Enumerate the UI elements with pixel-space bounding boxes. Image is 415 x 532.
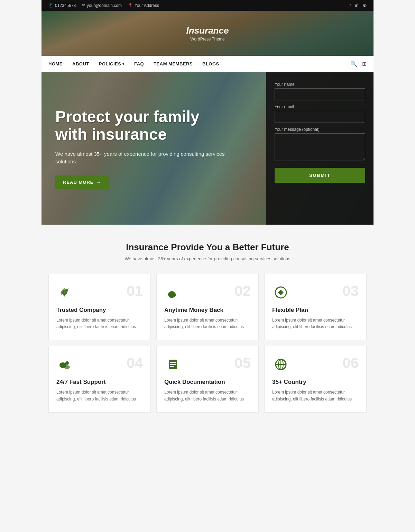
features-subtitle: We have almost 35+ years of experience f…: [48, 256, 367, 261]
contact-form-panel: Your name Your email Your message (optio…: [266, 72, 374, 225]
support-icon: [56, 356, 74, 373]
topbar-email: ✉ your@domain.com: [82, 3, 122, 8]
phone-number: 012345678: [55, 3, 76, 8]
nav-home[interactable]: HOME: [48, 61, 63, 66]
features-grid: 01 Trusted Company Lorem ipsum dolor sit…: [48, 274, 367, 413]
feature-number-6: 06: [342, 356, 359, 370]
country-icon: [272, 356, 289, 373]
features-title: Insurance Provide You a Better Future: [48, 242, 367, 253]
hero-content: Protect your family with insurance We ha…: [42, 94, 241, 202]
money-icon: [164, 284, 182, 301]
feature-card-top: 02: [164, 284, 251, 301]
feature-card-docs: 05 Quick Documentation Lorem ipsum dolor…: [156, 346, 259, 412]
flexible-icon: [272, 284, 289, 301]
feature-number-2: 02: [234, 284, 251, 298]
docs-icon: [164, 356, 182, 373]
linkedin-icon[interactable]: in: [355, 3, 358, 8]
nav-policies[interactable]: POLICIES ▾: [99, 61, 124, 66]
arrow-icon: →: [96, 180, 101, 185]
feature-card-support: 04 24/7 Fast Support Lorem ipsum dolor s…: [48, 346, 151, 412]
feature-card-top: 05: [164, 356, 251, 373]
feature-card-trusted: 01 Trusted Company Lorem ipsum dolor sit…: [48, 274, 151, 340]
nav-faq[interactable]: FAQ: [134, 61, 144, 66]
chevron-down-icon: ▾: [122, 62, 124, 66]
hero-banner-subtitle: WordPress Theme: [186, 37, 229, 42]
feature-card-flexible: 03 Flexible Plan Lorem ipsum dolor sit a…: [264, 274, 367, 340]
nav-about[interactable]: ABOUT: [72, 61, 89, 66]
trusted-icon: [56, 284, 74, 301]
address-text: Your Address: [135, 3, 159, 8]
email-field-group: Your email: [275, 105, 365, 123]
feature-title-5: Quick Documentation: [164, 379, 251, 386]
feature-title-3: Flexible Plan: [272, 307, 359, 314]
email-address: your@domain.com: [87, 3, 122, 8]
features-section: Insurance Provide You a Better Future We…: [42, 225, 374, 430]
message-label: Your message (optional): [275, 127, 365, 132]
feature-desc-3: Lorem ipsum dolor sit amet consectetur a…: [272, 317, 359, 330]
nav-blogs[interactable]: BLOGS: [202, 61, 219, 66]
feature-card-top: 01: [56, 284, 143, 301]
hero-headline-line2: with insurance: [55, 125, 167, 143]
grid-icon[interactable]: ⊞: [362, 61, 367, 67]
hero-banner: Insurance WordPress Theme: [42, 11, 374, 56]
feature-number-1: 01: [127, 284, 143, 298]
feature-title-2: Anytime Money Back: [164, 307, 251, 314]
feature-card-country: 06 35+ Country Lorem ipsum dolor sit ame…: [264, 346, 367, 412]
location-icon: 📍: [128, 3, 133, 8]
facebook-icon[interactable]: f: [350, 3, 351, 8]
topbar-contact-info: 📱 012345678 ✉ your@domain.com 📍 Your Add…: [48, 3, 159, 8]
hero-headline: Protect your family with insurance: [55, 108, 227, 143]
svg-point-4: [64, 365, 70, 369]
hero-banner-content: Insurance WordPress Theme: [186, 25, 229, 42]
feature-title-6: 35+ Country: [272, 379, 359, 386]
read-more-button[interactable]: READ MORE →: [55, 175, 109, 189]
feature-desc-4: Lorem ipsum dolor sit amet consectetur a…: [56, 389, 143, 402]
main-hero: Protect your family with insurance We ha…: [42, 72, 374, 225]
topbar: 📱 012345678 ✉ your@domain.com 📍 Your Add…: [42, 0, 374, 11]
search-icon[interactable]: 🔍: [350, 61, 357, 67]
svg-rect-8: [170, 364, 176, 365]
message-field-group: Your message (optional): [275, 127, 365, 162]
name-field-group: Your name: [275, 82, 365, 100]
feature-number-4: 04: [127, 356, 143, 370]
feature-card-money: 02 Anytime Money Back Lorem ipsum dolor …: [156, 274, 259, 340]
nav-team-members[interactable]: TEAM MEMBERS: [154, 61, 193, 66]
feature-desc-6: Lorem ipsum dolor sit amet consectetur a…: [272, 389, 359, 402]
topbar-address: 📍 Your Address: [128, 3, 159, 8]
medium-icon[interactable]: m: [362, 3, 367, 8]
message-textarea[interactable]: [275, 133, 365, 161]
feature-number-3: 03: [342, 284, 359, 298]
feature-number-5: 05: [234, 356, 251, 370]
feature-card-top: 06: [272, 356, 359, 373]
topbar-socials: f in m: [350, 3, 367, 8]
feature-card-top: 04: [56, 356, 143, 373]
email-label: Your email: [275, 105, 365, 109]
svg-rect-9: [170, 366, 174, 367]
phone-icon: 📱: [48, 3, 53, 8]
name-label: Your name: [275, 82, 365, 87]
nav-links: HOME ABOUT POLICIES ▾ FAQ TEAM MEMBERS B…: [48, 61, 219, 66]
feature-desc-1: Lorem ipsum dolor sit amet consectetur a…: [56, 317, 143, 330]
feature-card-top: 03: [272, 284, 359, 301]
feature-desc-5: Lorem ipsum dolor sit amet consectetur a…: [164, 389, 251, 402]
nav-actions: 🔍 ⊞: [350, 61, 367, 67]
email-icon: ✉: [82, 3, 85, 8]
email-input[interactable]: [275, 111, 365, 123]
navbar: HOME ABOUT POLICIES ▾ FAQ TEAM MEMBERS B…: [42, 56, 374, 72]
topbar-phone: 📱 012345678: [48, 3, 76, 8]
submit-button[interactable]: SUBMIT: [275, 168, 365, 183]
name-input[interactable]: [275, 88, 365, 100]
hero-headline-line1: Protect your family: [55, 108, 200, 126]
hero-banner-title: Insurance: [186, 25, 229, 36]
svg-point-5: [65, 361, 69, 365]
feature-desc-2: Lorem ipsum dolor sit amet consectetur a…: [164, 317, 251, 330]
feature-title-1: Trusted Company: [56, 307, 143, 314]
svg-rect-7: [170, 362, 176, 363]
feature-title-4: 24/7 Fast Support: [56, 379, 143, 386]
hero-subtitle: We have almost 35+ years of experience f…: [55, 150, 227, 166]
